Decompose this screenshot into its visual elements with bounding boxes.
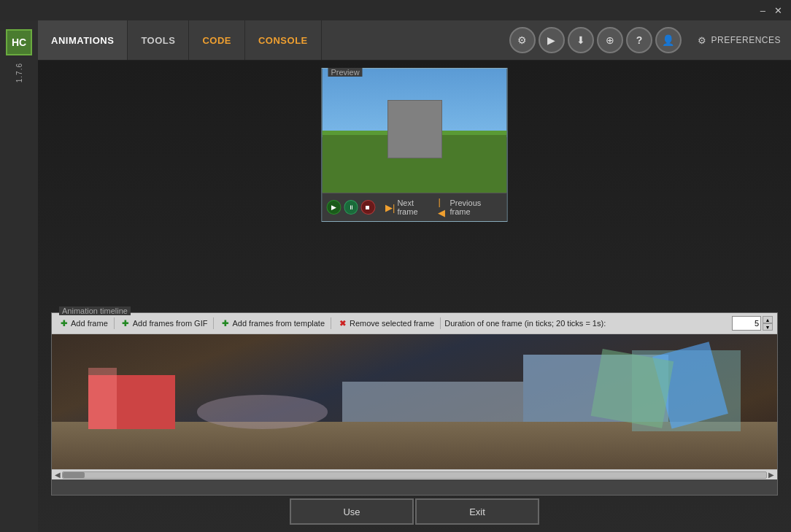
version-sidebar: HC 1.7.6 <box>0 20 38 532</box>
main-window: ANIMATIONS TOOLS CODE CONSOLE ⚙ ▶ ⬇ ⊕ ? … <box>38 20 791 532</box>
timeline-label: Animation timeline <box>59 307 131 315</box>
prev-frame-icon: |◀ <box>438 196 447 218</box>
duration-spinner: ▲ ▼ <box>763 316 773 331</box>
gear-icon <box>698 35 707 46</box>
timeline-scrollbar[interactable]: ◀ ▶ <box>52 469 777 479</box>
exit-button[interactable]: Exit <box>415 498 539 525</box>
scrollbar-thumb[interactable] <box>63 472 85 478</box>
nav-icon-play[interactable]: ▶ <box>539 27 565 53</box>
add-frame-icon: ✚ <box>58 318 69 328</box>
logo: HC <box>6 29 32 55</box>
nav-bar: ANIMATIONS TOOLS CODE CONSOLE ⚙ ▶ ⬇ ⊕ ? … <box>38 20 791 61</box>
separator-4 <box>440 317 441 329</box>
prev-frame-btn[interactable]: |◀ Previous frame <box>438 196 502 218</box>
next-frame-btn[interactable]: ▶| Next frame <box>385 198 435 216</box>
version-label: 1.7.6 <box>15 63 23 82</box>
nav-icon-settings[interactable]: ⚙ <box>509 27 536 53</box>
timeline-toolbar: ✚ Add frame ✚ Add frames from GIF ✚ Add … <box>52 313 777 334</box>
add-template-icon: ✚ <box>220 318 230 328</box>
remove-icon: ✖ <box>337 318 347 328</box>
duration-input[interactable]: 5 <box>732 316 761 331</box>
preview-image <box>323 69 507 193</box>
preview-label: Preview <box>328 68 363 77</box>
content-area: Preview ▶ ⏸ ⏹ ▶| Next frame <box>38 61 791 532</box>
nav-icon-globe[interactable]: ⊕ <box>597 27 623 53</box>
preview-box: Preview ▶ ⏸ ⏹ ▶| Next frame <box>322 68 508 222</box>
nav-console[interactable]: CONSOLE <box>245 20 322 60</box>
bottom-buttons: Use Exit <box>290 498 539 525</box>
scroll-left-btn[interactable]: ◀ <box>53 471 62 479</box>
add-from-template-button[interactable]: ✚ Add frames from template <box>217 317 327 329</box>
separator-3 <box>331 317 331 329</box>
preview-container: Preview ▶ ⏸ ⏹ ▶| Next frame <box>322 68 508 222</box>
title-bar: – ✕ <box>0 0 791 20</box>
use-button[interactable]: Use <box>290 498 414 525</box>
play-button[interactable]: ▶ <box>327 200 342 215</box>
nav-icon-group: ⚙ ▶ ⬇ ⊕ ? 👤 <box>503 20 687 60</box>
close-button[interactable]: ✕ <box>770 4 787 18</box>
minimize-button[interactable]: – <box>756 4 770 18</box>
nav-animations[interactable]: ANIMATIONS <box>38 20 128 60</box>
preferences-button[interactable]: PREFERENCES <box>687 20 791 60</box>
nav-icon-help[interactable]: ? <box>626 27 652 53</box>
spinner-up[interactable]: ▲ <box>763 316 773 323</box>
next-frame-icon: ▶| <box>385 202 395 213</box>
separator-2 <box>213 317 214 329</box>
scrollbar-track <box>62 471 767 479</box>
spinner-down[interactable]: ▼ <box>763 323 773 331</box>
timeline-section: Animation timeline ✚ Add frame ✚ Add fra… <box>51 312 778 496</box>
nav-code[interactable]: CODE <box>189 20 245 60</box>
add-from-gif-button[interactable]: ✚ Add frames from GIF <box>118 317 210 329</box>
nav-icon-user[interactable]: 👤 <box>655 27 682 53</box>
pause-button[interactable]: ⏸ <box>344 200 358 215</box>
separator-1 <box>114 317 115 329</box>
remove-selected-button[interactable]: ✖ Remove selected frame <box>335 317 436 329</box>
preview-controls: ▶ ⏸ ⏹ ▶| Next frame |◀ Previous frame <box>323 193 507 221</box>
mc-scene <box>52 334 777 469</box>
duration-label: Duration of one frame (in ticks; 20 tick… <box>444 319 730 328</box>
add-frame-button[interactable]: ✚ Add frame <box>56 317 110 329</box>
add-gif-icon: ✚ <box>120 318 131 328</box>
scroll-right-btn[interactable]: ▶ <box>767 471 776 479</box>
minecraft-block <box>387 100 442 158</box>
stop-button[interactable]: ⏹ <box>361 200 376 215</box>
nav-icon-download[interactable]: ⬇ <box>568 27 594 53</box>
nav-tools[interactable]: TOOLS <box>128 20 189 60</box>
timeline-content <box>52 334 777 469</box>
